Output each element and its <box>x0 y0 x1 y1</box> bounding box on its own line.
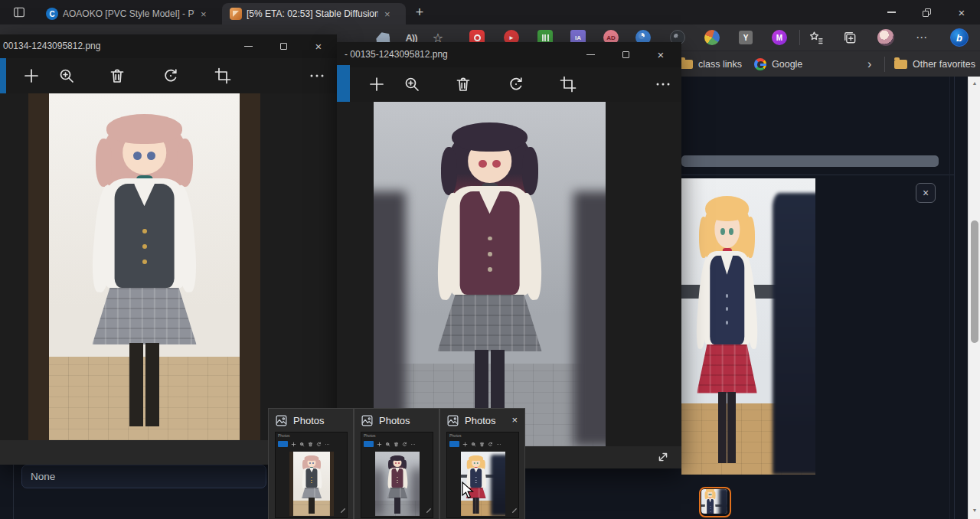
girl-bangs <box>390 455 404 461</box>
add-icon[interactable] <box>22 67 41 88</box>
girl-leg <box>394 498 397 513</box>
earth-icon[interactable] <box>704 24 720 51</box>
zoom-icon[interactable] <box>403 75 421 96</box>
photos-toolbar <box>337 67 681 102</box>
blue-accent-button[interactable] <box>0 58 6 93</box>
window-titlebar[interactable]: 00134-1243095812.png × <box>0 34 337 58</box>
delete-icon[interactable] <box>454 75 472 96</box>
preview-header: Photos <box>275 414 324 427</box>
more-menu-icon[interactable]: ⋯ <box>916 24 928 51</box>
maximize-button[interactable] <box>608 43 643 67</box>
more-icon[interactable] <box>654 75 672 96</box>
collections-icon[interactable] <box>842 24 858 51</box>
girl-leg <box>476 498 479 513</box>
close-preview-button[interactable]: × <box>916 183 936 203</box>
minimize-button[interactable] <box>573 43 608 67</box>
scroll-up-icon[interactable]: ▲ <box>969 80 980 86</box>
tab-close-icon[interactable]: × <box>384 8 390 20</box>
profile-avatar[interactable] <box>877 24 894 51</box>
folder-icon <box>894 60 907 69</box>
tab-close-icon[interactable]: × <box>201 8 207 20</box>
more-icon[interactable] <box>308 67 326 88</box>
photo-00135[interactable] <box>374 102 606 446</box>
girl-bangs <box>452 122 528 152</box>
browser-close-button[interactable]: × <box>944 0 979 24</box>
scene-girl <box>374 102 606 446</box>
mini-toolbar <box>361 439 433 449</box>
girl-leg <box>145 343 159 426</box>
vest-button <box>142 229 147 233</box>
taskbar-preview-photos-3[interactable]: Photos × Photos <box>439 408 525 519</box>
script-dropdown[interactable]: None <box>21 465 266 488</box>
crop-icon[interactable] <box>559 75 577 96</box>
favorites-folder-class-links[interactable]: class links <box>680 51 742 77</box>
favorites-list-icon[interactable] <box>808 24 824 51</box>
vest-button <box>726 321 728 325</box>
close-button[interactable]: × <box>643 43 678 67</box>
mini-resize-icon <box>512 502 517 516</box>
rotate-icon[interactable] <box>162 67 180 88</box>
add-icon[interactable] <box>368 75 386 96</box>
favorites-link-google[interactable]: Google <box>754 51 802 77</box>
generated-image <box>289 452 334 516</box>
mini-resize-icon <box>341 502 345 516</box>
maximize-button[interactable] <box>266 34 301 58</box>
other-favorites-folder[interactable]: Other favorites <box>894 51 975 77</box>
google-icon <box>754 58 766 70</box>
tab-stable-diffusion[interactable]: [5% ETA: 02:53] Stable Diffusion × <box>222 3 406 24</box>
new-tab-button[interactable]: + <box>410 3 429 21</box>
y-badge-icon[interactable]: Y <box>739 24 753 51</box>
scrollbar-thumb[interactable] <box>971 220 978 343</box>
scroll-down-icon[interactable]: ▼ <box>969 508 980 513</box>
close-button[interactable]: × <box>301 34 336 58</box>
blue-accent-button[interactable] <box>337 65 350 103</box>
girl-eye <box>147 152 155 160</box>
girl-eye <box>312 462 314 464</box>
tab-title: [5% ETA: 02:53] Stable Diffusion <box>247 8 378 19</box>
mini-toolbar <box>276 439 347 449</box>
girl-bangs <box>304 455 318 461</box>
crop-icon[interactable] <box>214 67 232 88</box>
mini-photo <box>289 452 334 516</box>
dropdown-value: None <box>31 471 55 482</box>
girl-eye <box>398 462 400 464</box>
fullscreen-expand-icon[interactable] <box>655 449 671 468</box>
generated-image <box>374 102 606 446</box>
window-titlebar[interactable]: - 00135-1243095812.png × <box>337 42 681 67</box>
bing-copilot-icon[interactable]: b <box>950 24 969 51</box>
rotate-icon[interactable] <box>507 75 525 96</box>
girl-leg <box>718 392 727 463</box>
tab-civitai[interactable]: C AOAOKO [PVC Style Model] - PV × <box>38 3 220 24</box>
mini-blue-button <box>449 441 459 447</box>
mini-blue-button <box>278 441 288 447</box>
generated-image <box>701 489 727 514</box>
vest-button <box>710 506 710 507</box>
toolbar-divider <box>799 30 800 45</box>
vest-button <box>397 480 397 481</box>
generated-image-preview[interactable] <box>681 178 815 475</box>
taskbar-preview-photos-1[interactable]: Photos Photos <box>268 408 354 519</box>
preview-close-icon[interactable]: × <box>511 414 518 426</box>
delete-icon[interactable] <box>108 67 126 88</box>
girl-bangs <box>705 196 750 221</box>
girl-leg <box>312 498 314 513</box>
browser-minimize-button[interactable] <box>874 0 909 24</box>
tab-actions-icon[interactable] <box>9 4 29 21</box>
panel-border-line <box>954 77 955 519</box>
browser-restore-button[interactable] <box>909 0 944 24</box>
vest-button <box>311 480 312 481</box>
vest-button <box>488 252 492 256</box>
taskbar-preview-photos-2[interactable]: Photos Photos <box>354 408 439 519</box>
mini-window-title: Photos <box>361 432 433 439</box>
favorites-overflow-chevron-icon[interactable]: › <box>867 51 871 77</box>
photo-00134[interactable] <box>28 93 260 440</box>
minimize-button[interactable] <box>230 34 266 58</box>
zoom-icon[interactable] <box>57 67 76 88</box>
page-scrollbar[interactable]: ▲ ▼ <box>968 77 980 519</box>
girl-bangs <box>469 455 483 461</box>
preview-app-label: Photos <box>379 415 410 426</box>
girl-skirt <box>437 295 541 351</box>
mini-photo <box>375 452 420 516</box>
selected-gallery-thumbnail[interactable] <box>699 487 731 517</box>
m-badge-icon[interactable]: M <box>772 24 787 51</box>
